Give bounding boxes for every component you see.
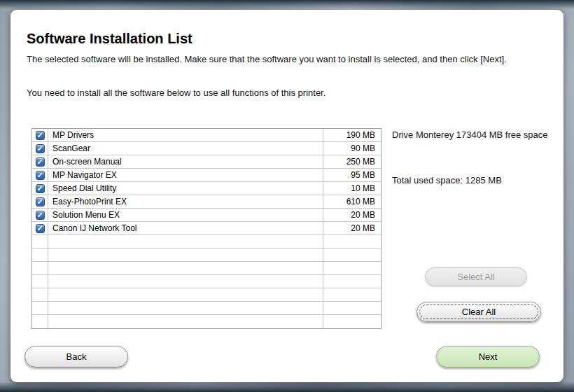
clear-all-button[interactable]: Clear All <box>416 302 541 322</box>
software-size: 20 MB <box>323 222 381 234</box>
checkbox-cell <box>32 302 48 314</box>
clear-all-label: Clear All <box>462 307 496 317</box>
installer-panel: Software Installation List The selected … <box>10 10 564 382</box>
checkbox-cell: ✓ <box>32 182 48 195</box>
software-name <box>48 288 323 301</box>
table-row-empty <box>32 235 381 248</box>
checkmark-icon: ✓ <box>36 211 43 218</box>
software-name <box>48 275 323 288</box>
software-name <box>48 248 323 261</box>
table-row: ✓Easy-PhotoPrint EX610 MB <box>32 195 381 209</box>
software-size: 95 MB <box>323 169 381 181</box>
checkmark-icon: ✓ <box>36 184 43 192</box>
table-row-empty <box>32 248 381 262</box>
table-row-empty <box>32 315 381 328</box>
checkmark-icon: ✓ <box>36 171 43 178</box>
software-name <box>48 315 323 328</box>
software-name: ScanGear <box>48 142 323 155</box>
checkbox-cell: ✓ <box>32 209 48 221</box>
table-row-empty <box>32 275 381 288</box>
software-name: Solution Menu EX <box>48 209 323 221</box>
software-size: 610 MB <box>323 195 381 208</box>
software-name <box>48 235 323 248</box>
software-checkbox[interactable]: ✓ <box>36 224 45 233</box>
software-checkbox[interactable]: ✓ <box>36 171 45 180</box>
disk-info: Drive Monterey 173404 MB free space Tota… <box>392 129 552 187</box>
checkbox-cell: ✓ <box>32 169 48 181</box>
table-row-empty <box>32 288 381 302</box>
checkbox-cell: ✓ <box>32 142 48 155</box>
checkbox-cell <box>32 275 48 288</box>
software-checkbox[interactable]: ✓ <box>36 158 45 167</box>
software-checkbox[interactable]: ✓ <box>36 197 45 206</box>
software-checkbox[interactable]: ✓ <box>36 131 45 140</box>
checkmark-icon: ✓ <box>36 131 43 139</box>
checkmark-icon: ✓ <box>36 224 43 232</box>
software-size <box>323 235 381 248</box>
select-all-button[interactable]: Select All <box>425 267 527 286</box>
checkbox-cell <box>32 235 48 248</box>
checkmark-icon: ✓ <box>36 158 43 165</box>
software-name: MP Drivers <box>48 129 323 141</box>
checkmark-icon: ✓ <box>36 197 43 205</box>
software-name <box>48 262 323 274</box>
checkbox-cell: ✓ <box>32 155 48 168</box>
next-label: Next <box>479 351 498 362</box>
software-size <box>323 275 381 288</box>
software-name: Speed Dial Utility <box>48 182 323 195</box>
checkbox-cell: ✓ <box>32 129 48 141</box>
software-size: 90 MB <box>323 142 381 155</box>
table-row: ✓MP Drivers190 MB <box>32 129 381 142</box>
description-line1: The selected software will be installed.… <box>27 53 550 65</box>
software-size: 250 MB <box>323 155 381 168</box>
checkbox-cell <box>32 288 48 301</box>
checkbox-cell <box>32 262 48 274</box>
table-row: ✓ScanGear90 MB <box>32 142 381 155</box>
software-size <box>323 302 381 314</box>
next-button[interactable]: Next <box>436 346 540 368</box>
installer-background: Software Installation List The selected … <box>0 0 574 392</box>
software-size: 20 MB <box>323 209 381 221</box>
software-checkbox[interactable]: ✓ <box>36 211 45 220</box>
table-row-empty <box>32 302 381 315</box>
page-title: Software Installation List <box>27 31 192 47</box>
software-size: 10 MB <box>323 182 381 195</box>
checkmark-icon: ✓ <box>36 144 43 152</box>
table-row-empty <box>32 262 381 275</box>
software-size: 190 MB <box>323 129 381 141</box>
table-row: ✓On-screen Manual250 MB <box>32 155 381 169</box>
software-name <box>48 302 323 314</box>
software-size <box>323 288 381 301</box>
back-label: Back <box>66 351 87 362</box>
back-button[interactable]: Back <box>24 346 128 368</box>
checkbox-cell <box>32 315 48 328</box>
software-size <box>323 315 381 328</box>
checkbox-cell <box>32 248 48 261</box>
software-name: MP Navigator EX <box>48 169 323 181</box>
drive-free-space: Drive Monterey 173404 MB free space <box>392 129 552 141</box>
select-all-label: Select All <box>457 272 494 282</box>
software-table: ✓MP Drivers190 MB✓ScanGear90 MB✓On-scree… <box>31 128 382 329</box>
software-size <box>323 248 381 261</box>
software-name: Canon IJ Network Tool <box>48 222 323 234</box>
checkbox-cell: ✓ <box>32 195 48 208</box>
description-line2: You need to install all the software bel… <box>27 87 550 99</box>
software-checkbox[interactable]: ✓ <box>36 184 45 193</box>
checkbox-cell: ✓ <box>32 222 48 234</box>
table-row: ✓MP Navigator EX95 MB <box>32 169 381 182</box>
software-name: Easy-PhotoPrint EX <box>48 195 323 208</box>
table-row: ✓Canon IJ Network Tool20 MB <box>32 222 381 235</box>
table-row: ✓Speed Dial Utility10 MB <box>32 182 381 195</box>
software-name: On-screen Manual <box>48 155 323 168</box>
table-row: ✓Solution Menu EX20 MB <box>32 209 381 222</box>
software-checkbox[interactable]: ✓ <box>36 144 45 153</box>
software-size <box>323 262 381 274</box>
total-used-space: Total used space: 1285 MB <box>392 174 552 187</box>
